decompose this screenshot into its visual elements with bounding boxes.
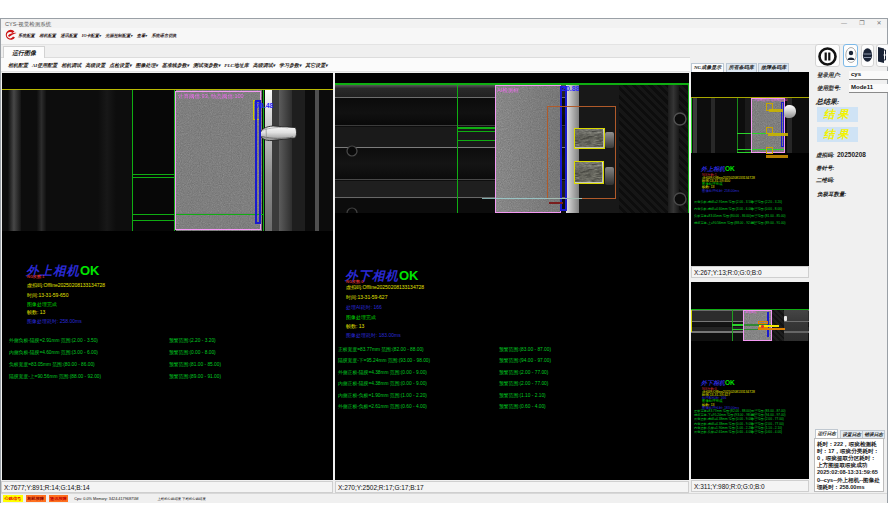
login-user-button[interactable] xyxy=(843,44,858,67)
menu-item[interactable]: 系统配置 xyxy=(18,33,35,38)
guide-hline xyxy=(457,131,495,132)
tab-count-label: 负极耳数量: xyxy=(817,191,846,198)
model-field[interactable]: Mode11 xyxy=(849,84,888,93)
menu-item[interactable]: 光源控制配置▾ xyxy=(105,33,132,38)
measurement-row: 外侧负极-隔膜=2.91mm 范围:(2.00 - 3.50)预警范围:(2.2… xyxy=(694,200,755,207)
screw-icons xyxy=(345,143,361,214)
menu-item[interactable]: 通讯配置 xyxy=(61,33,78,38)
guide-hline xyxy=(132,177,175,178)
pause-button[interactable] xyxy=(815,44,840,67)
toolbar-button[interactable]: 测试项参数▾ xyxy=(193,62,220,68)
guide-vline xyxy=(457,85,458,214)
screw-icons xyxy=(671,109,689,209)
camera-view-lower[interactable]: AI检测框 20.88 外下相机OK NG次数:0 虚拟码:Offline202… xyxy=(335,73,689,480)
ng-panel-tab[interactable]: 所有条码库 xyxy=(726,63,757,72)
roi-threshold-label: 计算阈值:93, 动态阈值:100 xyxy=(178,92,244,100)
probe-object xyxy=(784,105,796,118)
status-badge: 相机故障 xyxy=(26,495,46,502)
cpu-memory-text: Cpu: 0.0% Memory: 3424.41796875M xyxy=(74,497,138,501)
toolbar-button[interactable]: 基准线参数▾ xyxy=(162,62,189,68)
left-coordinate-bar: X:7677;Y:891;R:14;G:14;B:14 xyxy=(1,481,333,493)
menu-item[interactable]: 相机配置 xyxy=(39,33,56,38)
camera-view-upper[interactable]: 计算阈值:93, 动态阈值:100 70.48 外上相机OK NG次数:1 虚拟… xyxy=(2,73,333,480)
menu-item[interactable]: IO卡配置▾ xyxy=(82,33,101,38)
toolbar-button[interactable]: 点检设置▾ xyxy=(109,62,131,68)
ng-panel-tabs: NG成像显示 所有条码库 故障条码库 xyxy=(691,63,809,72)
guide-hline xyxy=(132,174,175,175)
camera-image-strip xyxy=(2,90,333,231)
toolbar-button[interactable]: 相机配置 xyxy=(8,62,28,68)
toolbar-button[interactable]: 图像处理▾ xyxy=(136,62,158,68)
toolbar-button[interactable]: 其它设置▾ xyxy=(305,62,327,68)
toolbar-button[interactable]: 相机调试 xyxy=(61,62,81,68)
mid-coordinate-bar: X:270;Y:2502;R:17;G:17;B:17 xyxy=(335,481,689,493)
ng-mark-label xyxy=(768,133,788,136)
measurement-row: 外侧正极-隔膜=4.38mm 范围:(0.00 - 9.00)预警范围:(2.0… xyxy=(338,369,430,380)
tab-roi-rect-brown xyxy=(547,106,616,200)
heartbeat-text: 上相机心跳结束 下相机心跳结束 xyxy=(157,497,205,501)
app-window: CYS-视觉检测系统 — ❐ ✕ 系统配置 相机配置 通讯配置 xyxy=(0,18,888,503)
mini2-coordinate-bar: X:311;Y:980;R:0;G:0;B:0 xyxy=(691,480,809,492)
log-tab-run[interactable]: 运行日志 xyxy=(815,429,838,438)
elapsed-line: 图像处理耗时: 183.00ms xyxy=(346,332,401,338)
tab-rect-yellow xyxy=(574,128,605,149)
toolbar-button[interactable]: 高级设置 xyxy=(85,62,105,68)
toolbar-button[interactable]: 学习参数▾ xyxy=(279,62,301,68)
side-panel: 登录用户: cys 使用型号: Mode11 总结果: 结果 结果 虚拟码: 2… xyxy=(811,19,888,504)
cyan-guide-hline xyxy=(482,198,582,199)
mini-speck xyxy=(784,316,787,321)
log-box[interactable]: 耗时：222，瑕疵检测耗时：17，瑕疵分类耗时：0，瑕疵提取分区耗时： 上方图提… xyxy=(814,438,884,492)
guide-vline xyxy=(132,90,133,231)
pause-icon xyxy=(816,46,839,67)
result-box-upper: 结果 xyxy=(817,107,858,122)
guide-hline xyxy=(457,127,495,128)
exit-button[interactable] xyxy=(876,44,888,67)
exit-door-icon xyxy=(877,45,888,65)
elapsed-line: 图像处理耗时: 258.00ms xyxy=(27,318,82,324)
measurement-row: 内侧负极-隔膜=4.60mm 范围:(3.00 - 6.00)预警范围:(0.0… xyxy=(694,207,755,214)
ai-roi-label: AI检测框 xyxy=(746,310,757,314)
ng-mini-view-lower[interactable]: AI检测框 外下相机OK NG次数:0 虚拟码:Offline202502081… xyxy=(691,282,809,479)
toolbar-button[interactable]: 高级调试▾ xyxy=(253,62,275,68)
guide-hline xyxy=(132,220,175,221)
tab-run-image[interactable]: 运行图像 xyxy=(3,46,45,58)
view-tab-strip: 运行图像 xyxy=(1,45,690,58)
edge-rect-blue xyxy=(255,100,262,224)
ng-mark-label xyxy=(759,328,786,330)
ng-mini-view-upper[interactable]: 计算阈值:93, 动态阈值:100 外上相机OK NG次数:1 虚拟码:Offl… xyxy=(691,72,809,266)
measurement-row: 负极宽度=83.05mm 范围:(80.00 - 86.00)预警范围:(81.… xyxy=(694,214,755,221)
measurement-row: 负极宽度=83.05mm 范围:(80.00 - 86.00)预警范围:(81.… xyxy=(9,361,101,373)
mini-elapsed: 图像处理耗时: 258.00ms xyxy=(702,190,739,193)
tiny-red-annotation xyxy=(549,202,563,205)
menu-item[interactable]: 查看▾ xyxy=(137,33,147,38)
ng-mark-dot xyxy=(761,325,763,327)
mini-measurement-list: 正极宽度=83.77mm 范围:(82.00 - 88.00)预警范围:(83.… xyxy=(694,409,755,435)
toolbar-button[interactable]: PLC地址库 xyxy=(224,62,248,68)
ng-panel-tab[interactable]: 故障条码库 xyxy=(758,63,789,72)
operator-button[interactable] xyxy=(861,44,874,67)
guide-vline xyxy=(263,90,264,231)
login-user-field[interactable]: cys xyxy=(849,71,888,80)
operator-icon xyxy=(862,45,873,65)
toolbar: 相机配置 AI使用配置 相机调试 高级设置 点检设置▾ 图像处理▾ 基准线参数▾… xyxy=(1,58,690,72)
toolbar-button[interactable]: AI使用配置 xyxy=(32,62,57,68)
mini1-coordinate-bar: X:267;Y:13;R:0;G:0;B:0 xyxy=(691,266,809,278)
barcode-line: 虚拟码:Offline20250208133134728 xyxy=(27,282,105,288)
status-ok: OK xyxy=(399,268,419,283)
measurement-row: 内侧正极-隔膜=4.38mm 范围:(0.00 - 9.00)预警范围:(2.0… xyxy=(338,380,430,391)
measurement-row: 外侧负极-隔膜=2.91mm 范围:(2.00 - 3.50)预警范围:(2.2… xyxy=(9,337,101,349)
probe-object xyxy=(258,122,298,145)
model-value: Mode11 xyxy=(849,84,888,90)
login-user-label: 登录用户: xyxy=(817,72,841,79)
menu-item[interactable]: 系统语言切换 xyxy=(151,33,176,38)
title-bar: CYS-视觉检测系统 — ❐ ✕ xyxy=(1,19,887,28)
virtual-code-label: 虚拟码: xyxy=(816,152,834,159)
status-badge: 通讯故障 xyxy=(49,495,69,502)
ng-count-note: NG次数:1 xyxy=(27,274,45,279)
ng-count-note: NG次数:0 xyxy=(346,279,364,284)
reel-number-label: 卷针号: xyxy=(816,165,834,172)
menu-items: 系统配置 相机配置 通讯配置 IO卡配置▾ 光源控制配置▾ 查看▾ 系统语言切换 xyxy=(18,33,177,38)
ng-panel-tab[interactable]: NG成像显示 xyxy=(691,63,724,72)
toolbar-items: 相机配置 AI使用配置 相机调试 高级设置 点检设置▾ 图像处理▾ 基准线参数▾… xyxy=(8,62,328,68)
qr-code-label: 二维码: xyxy=(816,177,834,184)
